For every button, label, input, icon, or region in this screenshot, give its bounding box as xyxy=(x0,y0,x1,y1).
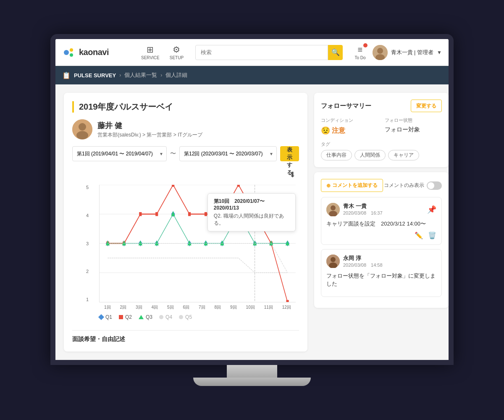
comment-author-info-1: 青木 一貴 2020/03/08 16:37 xyxy=(343,202,383,216)
legend-q2-icon xyxy=(119,315,123,319)
svg-point-50 xyxy=(253,211,257,217)
breadcrumb-module-name[interactable]: PULSE SURVEY xyxy=(74,72,116,79)
search-input[interactable] xyxy=(195,45,328,60)
legend-q1-icon xyxy=(98,314,104,320)
comment-time-2: 2020/03/08 14:58 xyxy=(343,262,383,268)
breadcrumb-detail: 個人詳細 xyxy=(165,71,187,79)
breadcrumb-sep-2: › xyxy=(160,72,162,78)
service-icon: ⊞ xyxy=(147,45,154,55)
todo-area[interactable]: ≡ To Do xyxy=(354,45,365,60)
person-name: 藤井 健 xyxy=(97,121,202,131)
date-to-select[interactable]: 第12回 (2020/03/01 〜 2020/03/07) xyxy=(179,146,277,161)
comments-only-switch[interactable] xyxy=(427,181,442,190)
header: kaonavi ⊞ SERVICE ⚙ SETUP 🔍 xyxy=(55,39,449,66)
follow-header: フォローサマリー 変更する xyxy=(321,100,442,112)
left-panel: 2019年度パルスサーベイ 藤井 健 営業本部(sales xyxy=(64,93,307,352)
legend-q3: Q3 xyxy=(139,314,152,320)
tag-relations[interactable]: 人間関係 xyxy=(354,150,386,160)
svg-point-4 xyxy=(377,48,383,54)
chart-controls-row: ⬇ xyxy=(72,168,299,181)
user-name: 青木一貴 | 管理者 xyxy=(391,49,434,56)
legend-q1-label: Q1 xyxy=(105,314,112,320)
todo-label: To Do xyxy=(354,55,365,60)
person-org: 営業本部(salesDiv.) > 第一営業部 > ITグループ xyxy=(97,131,202,139)
monitor-stand-base xyxy=(193,378,311,386)
legend-q4: Q4 xyxy=(159,314,172,320)
logo-icon xyxy=(62,46,76,59)
tag-work[interactable]: 仕事内容 xyxy=(321,150,352,160)
date-from-select[interactable]: 第1回 (2019/04/01 〜 2019/04/07) xyxy=(72,146,167,161)
follow-status-label: フォロー状態 xyxy=(385,117,442,123)
setup-icon: ⚙ xyxy=(173,45,180,55)
todo-icon: ≡ xyxy=(358,45,363,55)
follow-status-col: フォロー状態 フォロー対象 xyxy=(385,117,442,135)
date-from-wrapper: 第1回 (2019/04/01 〜 2019/04/07) ▼ xyxy=(72,146,167,161)
svg-point-7 xyxy=(79,123,86,131)
comments-only-toggle: コメントのみ表示 xyxy=(384,181,442,190)
show-button[interactable]: 表示する xyxy=(280,146,299,161)
nav-setup[interactable]: ⚙ SETUP xyxy=(170,45,184,60)
comment-text-1: キャリア面談を設定 2020/3/12 14:00〜 xyxy=(326,220,436,228)
add-comment-button[interactable]: ⊕ コメントを追加する xyxy=(321,179,383,192)
header-right: ≡ To Do 青木一貴 | 管理者 ▼ xyxy=(354,45,442,60)
condition-text: 注意 xyxy=(332,126,345,135)
todo-badge xyxy=(363,43,368,47)
download-icon[interactable]: ⬇ xyxy=(286,168,299,181)
comment-avatar-2 xyxy=(326,255,340,268)
survey-title: 2019年度パルスサーベイ xyxy=(79,101,299,113)
comment-text-2: フォロー状態を「フォロー対象」に変更しました xyxy=(326,272,436,288)
search-button[interactable]: 🔍 xyxy=(328,45,343,60)
follow-title: フォローサマリー xyxy=(321,102,371,110)
date-tilde: 〜 xyxy=(170,150,176,158)
main-content: 2019年度パルスサーベイ 藤井 健 営業本部(sales xyxy=(55,84,449,360)
tags-list: 仕事内容 人間関係 キャリア xyxy=(321,150,442,160)
comment-card-1: 青木 一貴 2020/03/08 16:37 📌 キャリア面談を設定 2020/… xyxy=(321,197,442,245)
legend-q3-icon xyxy=(139,315,144,319)
nav-service[interactable]: ⊞ SERVICE xyxy=(141,45,160,60)
follow-status-value: フォロー対象 xyxy=(385,126,442,134)
breadcrumb-module-icon: 📋 xyxy=(62,71,71,79)
comment-author-2: 永岡 淳 xyxy=(343,255,383,262)
person-info: 藤井 健 営業本部(salesDiv.) > 第一営業部 > ITグループ xyxy=(72,119,299,139)
pin-icon-1: 📌 xyxy=(427,205,436,214)
section-bottom-label: 面談希望・自由記述 xyxy=(72,330,299,343)
svg-point-55 xyxy=(331,257,336,262)
breadcrumb-sep-1: › xyxy=(119,72,121,78)
svg-rect-30 xyxy=(188,212,191,216)
add-comment-plus-icon: ⊕ xyxy=(326,183,331,189)
legend-q4-icon xyxy=(159,315,163,319)
date-selectors: 第1回 (2019/04/01 〜 2019/04/07) ▼ 〜 第12回 (… xyxy=(72,146,299,161)
nav-items: ⊞ SERVICE ⚙ SETUP xyxy=(141,45,184,60)
comments-section: ⊕ コメントを追加する コメントのみ表示 xyxy=(314,172,449,308)
chart-container: 5 4 3 2 1 xyxy=(99,185,296,302)
user-area[interactable]: 青木一貴 | 管理者 ▼ xyxy=(373,45,442,60)
logo-area: kaonavi xyxy=(62,46,129,59)
legend-q5-icon xyxy=(179,315,183,319)
breadcrumb-list[interactable]: 個人結果一覧 xyxy=(124,71,157,79)
svg-point-8 xyxy=(76,131,88,139)
right-panel: フォローサマリー 変更する コンディション 😟 注意 xyxy=(314,93,449,352)
delete-button-1[interactable]: 🗑️ xyxy=(428,231,436,239)
tags-section: タグ 仕事内容 人間関係 キャリア xyxy=(321,141,442,160)
chart-x-labels: 1回 2回 3回 4回 5回 6回 7回 8回 9回 10回 11回 xyxy=(100,304,296,310)
comment-time-1: 2020/03/08 16:37 xyxy=(343,210,383,216)
change-button[interactable]: 変更する xyxy=(411,100,442,112)
legend-q1: Q1 xyxy=(99,314,112,320)
tag-career[interactable]: キャリア xyxy=(388,150,419,160)
legend-q2: Q2 xyxy=(119,314,132,320)
service-label: SERVICE xyxy=(141,55,160,60)
legend-q4-label: Q4 xyxy=(165,314,172,320)
follow-grid: コンディション 😟 注意 フォロー状態 フォロー対象 xyxy=(321,117,442,135)
legend-q5: Q5 xyxy=(179,314,192,320)
edit-button-1[interactable]: ✏️ xyxy=(415,231,423,239)
user-avatar xyxy=(373,45,388,60)
svg-rect-32 xyxy=(221,212,223,216)
chart-svg xyxy=(100,185,296,302)
svg-rect-31 xyxy=(205,212,207,216)
breadcrumb-bar: 📋 PULSE SURVEY › 個人結果一覧 › 個人詳細 xyxy=(55,66,449,84)
legend-q3-label: Q3 xyxy=(146,314,152,320)
user-chevron-icon: ▼ xyxy=(437,50,442,55)
condition-value: 😟 注意 xyxy=(321,126,378,135)
chart-y-labels: 5 4 3 2 1 xyxy=(86,185,89,302)
legend-q5-label: Q5 xyxy=(185,314,192,320)
